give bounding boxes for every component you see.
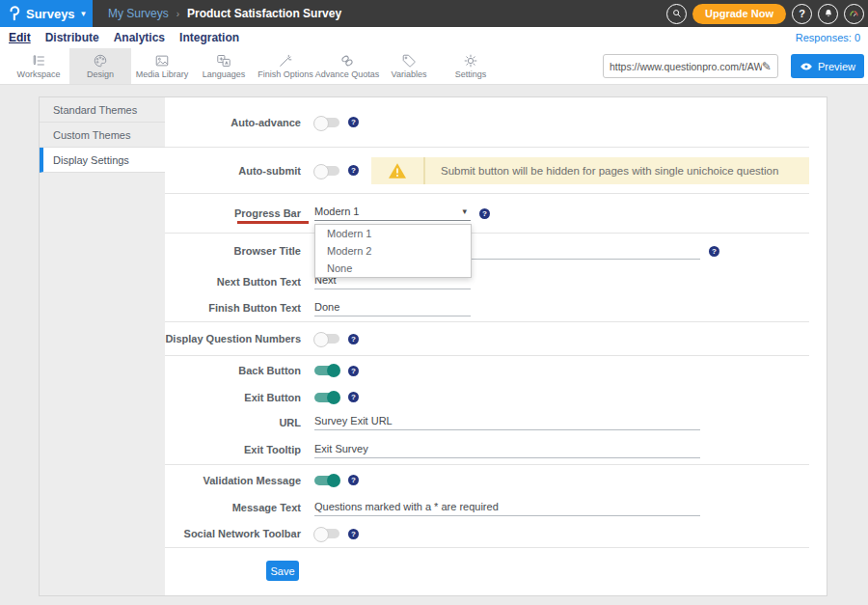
edit-url-pencil-icon[interactable]: ✎ (762, 60, 772, 73)
toolbar-item-label: Advance Quotas (315, 69, 380, 79)
progress-bar-select[interactable]: Modern 1 ▾ (314, 206, 471, 221)
palette-icon (93, 53, 108, 69)
message-text-input[interactable] (314, 500, 700, 516)
progress-bar-row: Progress Bar Modern 1 ▾ ? Modern 1 Moder… (165, 194, 809, 234)
toolbar-item-label: Settings (455, 69, 487, 79)
help-icon[interactable]: ? (348, 334, 359, 344)
usage-meter-button[interactable] (844, 4, 864, 24)
message-text-label: Message Text (165, 502, 301, 513)
auto-submit-label: Auto-submit (165, 165, 301, 177)
finish-button-text-input[interactable] (314, 300, 471, 316)
social-network-toolbar-label: Social Network Toolbar (165, 528, 301, 539)
help-icon[interactable]: ? (348, 392, 359, 402)
survey-url-input[interactable] (610, 61, 762, 72)
translate-icon (216, 53, 231, 69)
survey-url-box: ✎ (603, 54, 778, 78)
dropdown-option-modern-1[interactable]: Modern 1 (315, 225, 471, 242)
exit-tooltip-row: Exit Tooltip (165, 435, 809, 465)
responses-count[interactable]: Responses: 0 (796, 32, 860, 43)
top-bar: Surveys ▼ My Surveys › Product Satisfact… (0, 0, 868, 27)
help-icon[interactable]: ? (348, 165, 359, 176)
display-question-numbers-row: Display Question Numbers ? (165, 322, 809, 356)
save-button[interactable]: Save (266, 561, 299, 581)
finish-button-text-row: Finish Button Text (165, 294, 809, 322)
help-icon: ? (799, 8, 805, 19)
exit-button-row: Exit Button ? (165, 385, 809, 409)
tab-distribute[interactable]: Distribute (45, 31, 99, 44)
next-button-text-label: Next Button Text (165, 276, 301, 288)
finish-button-text-label: Finish Button Text (165, 302, 301, 314)
dropdown-option-none[interactable]: None (315, 260, 471, 277)
toolbar-item-media-library[interactable]: Media Library (131, 48, 193, 84)
exit-url-row: URL (165, 409, 809, 435)
eye-icon (800, 62, 813, 71)
notifications-button[interactable] (818, 4, 838, 24)
display-question-numbers-label: Display Question Numbers (165, 333, 301, 344)
exit-button-toggle[interactable] (314, 393, 339, 402)
toolbar-item-workspace[interactable]: Workspace (8, 48, 69, 84)
auto-advance-label: Auto-advance (165, 117, 301, 128)
progress-bar-selected-value: Modern 1 (314, 206, 359, 217)
auto-submit-toggle[interactable] (314, 166, 339, 176)
sidebar-item-custom-themes[interactable]: Custom Themes (40, 123, 165, 148)
display-settings-panel: Standard Themes Custom Themes Display Se… (39, 96, 827, 596)
upgrade-now-button[interactable]: Upgrade Now (692, 4, 786, 24)
toolbar-item-label: Workspace (17, 69, 61, 79)
back-button-toggle[interactable] (314, 366, 339, 375)
tab-integration[interactable]: Integration (179, 31, 239, 44)
help-icon[interactable]: ? (479, 208, 490, 219)
dropdown-option-modern-2[interactable]: Modern 2 (315, 242, 471, 260)
product-menu-label: Surveys (26, 7, 75, 21)
preview-button[interactable]: Preview (791, 54, 864, 78)
tab-edit[interactable]: Edit (9, 31, 31, 44)
surveys-product-menu[interactable]: Surveys ▼ (0, 0, 93, 27)
back-button-row: Back Button ? (165, 356, 809, 385)
help-icon[interactable]: ? (348, 366, 359, 376)
help-icon[interactable]: ? (348, 475, 359, 485)
questionpro-app: Surveys ▼ My Surveys › Product Satisfact… (0, 0, 868, 605)
toolbar-item-advance-quotas[interactable]: Advance Quotas (316, 48, 378, 84)
toolbar-item-label: Finish Options (258, 69, 313, 79)
display-question-numbers-toggle[interactable] (314, 334, 339, 344)
toolbar-item-variables[interactable]: Variables (378, 48, 440, 84)
next-button-text-row: Next Button Text (165, 268, 809, 294)
validation-message-row: Validation Message ? (165, 465, 809, 495)
sidebar-item-standard-themes[interactable]: Standard Themes (40, 97, 165, 123)
image-icon (154, 53, 170, 69)
social-network-toolbar-toggle[interactable] (314, 529, 339, 538)
sidebar-item-display-settings[interactable]: Display Settings (40, 148, 165, 173)
help-button[interactable]: ? (792, 4, 812, 24)
browser-title-row: Browser Title ? (165, 234, 809, 268)
help-icon[interactable]: ? (709, 246, 719, 257)
progress-bar-label: Progress Bar (234, 207, 301, 219)
survey-nav-tabs: Edit Distribute Analytics Integration Re… (0, 27, 868, 48)
toolbar-item-label: Design (87, 69, 114, 79)
progress-bar-dropdown: Modern 1 Modern 2 None (314, 224, 472, 278)
exit-tooltip-input[interactable] (314, 442, 700, 458)
toolbar-item-label: Variables (392, 69, 427, 79)
toolbar-item-design[interactable]: Design (69, 48, 131, 84)
exit-tooltip-label: Exit Tooltip (165, 444, 301, 455)
toolbar-item-settings[interactable]: Settings (440, 48, 502, 84)
help-icon[interactable]: ? (348, 117, 359, 127)
exit-url-input[interactable] (314, 414, 700, 430)
toolbar-item-languages[interactable]: Languages (193, 48, 255, 84)
toolbar-item-label: Media Library (136, 69, 189, 79)
auto-advance-toggle[interactable] (314, 118, 339, 127)
toolbar-item-finish-options[interactable]: Finish Options (255, 48, 316, 84)
toolbar-right: ✎ Preview (603, 48, 868, 84)
breadcrumb-separator: › (176, 9, 179, 19)
exit-url-label: URL (165, 417, 301, 428)
help-icon[interactable]: ? (348, 529, 359, 539)
warning-message: Submit button will be hidden for pages w… (425, 165, 778, 177)
usage-gauge-icon (848, 8, 860, 20)
topbar-actions: Upgrade Now ? (666, 4, 868, 24)
search-button[interactable] (666, 4, 687, 24)
chevron-down-icon: ▾ (462, 206, 467, 216)
validation-message-toggle[interactable] (314, 476, 339, 485)
tag-icon (401, 53, 417, 69)
settings-form: Auto-advance ? Auto-submit ? (165, 97, 827, 595)
tab-analytics[interactable]: Analytics (114, 31, 165, 44)
breadcrumb-parent-link[interactable]: My Surveys (108, 7, 169, 20)
magic-wand-icon (278, 53, 293, 69)
